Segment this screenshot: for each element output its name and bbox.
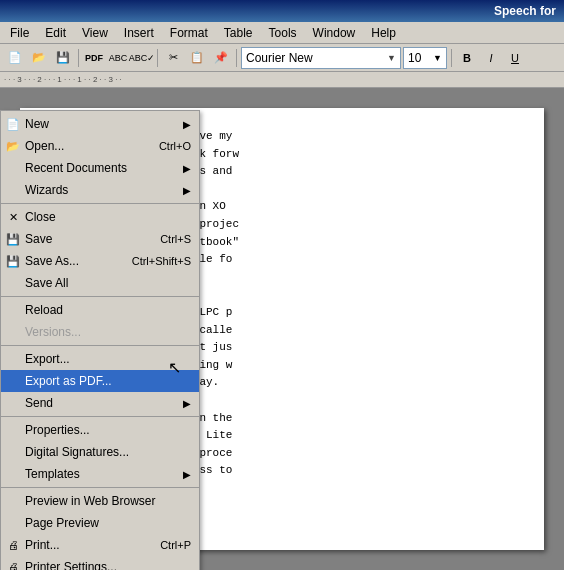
file-menu-dropdown: 📄 New ▶ 📂 Open... Ctrl+O Recent Document…	[0, 110, 200, 570]
abc-btn[interactable]: ABC	[107, 47, 129, 69]
save-icon: 💾	[5, 231, 21, 247]
font-name: Courier New	[246, 51, 313, 65]
size-arrow-icon: ▼	[433, 53, 442, 63]
menu-item-templates-label: Templates	[25, 467, 80, 481]
menu-item-saveas-label: Save As...	[25, 254, 79, 268]
underline-btn[interactable]: U	[504, 47, 526, 69]
menu-item-saveall-label: Save All	[25, 276, 68, 290]
open-icon: 📂	[5, 138, 21, 154]
menu-item-export-pdf[interactable]: Export as PDF...	[1, 370, 199, 392]
send-submenu-arrow: ▶	[183, 398, 191, 409]
menu-item-versions-label: Versions...	[25, 325, 81, 339]
open-btn[interactable]: 📂	[28, 47, 50, 69]
size-selector[interactable]: 10 ▼	[403, 47, 447, 69]
menu-item-reload[interactable]: Reload	[1, 299, 199, 321]
sep3	[1, 345, 199, 346]
menu-item-new-label: New	[25, 117, 49, 131]
menu-item-templates[interactable]: Templates ▶	[1, 463, 199, 485]
menu-item-send-label: Send	[25, 396, 53, 410]
bold-btn[interactable]: B	[456, 47, 478, 69]
recent-submenu-arrow: ▶	[183, 163, 191, 174]
sep1	[78, 49, 79, 67]
menu-file[interactable]: File	[2, 24, 37, 42]
menu-item-print[interactable]: 🖨 Print... Ctrl+P	[1, 534, 199, 556]
print-icon: 🖨	[5, 537, 21, 553]
open-shortcut: Ctrl+O	[139, 140, 191, 152]
menu-item-digital-sig-label: Digital Signatures...	[25, 445, 129, 459]
menu-item-save[interactable]: 💾 Save Ctrl+S	[1, 228, 199, 250]
paste-btn[interactable]: 📌	[210, 47, 232, 69]
saveas-icon: 💾	[5, 253, 21, 269]
menu-table[interactable]: Table	[216, 24, 261, 42]
menu-item-wizards[interactable]: Wizards ▶	[1, 179, 199, 201]
menu-insert[interactable]: Insert	[116, 24, 162, 42]
print-shortcut: Ctrl+P	[140, 539, 191, 551]
menu-item-send[interactable]: Send ▶	[1, 392, 199, 414]
menu-item-recent[interactable]: Recent Documents ▶	[1, 157, 199, 179]
menu-item-printer-settings-label: Printer Settings...	[25, 560, 117, 570]
menu-item-preview-browser-label: Preview in Web Browser	[25, 494, 156, 508]
menu-item-properties[interactable]: Properties...	[1, 419, 199, 441]
menu-item-saveas[interactable]: 💾 Save As... Ctrl+Shift+S	[1, 250, 199, 272]
menu-item-export-pdf-label: Export as PDF...	[25, 374, 112, 388]
templates-submenu-arrow: ▶	[183, 469, 191, 480]
sep4	[451, 49, 452, 67]
menu-item-export-label: Export...	[25, 352, 70, 366]
menu-item-properties-label: Properties...	[25, 423, 90, 437]
new-btn[interactable]: 📄	[4, 47, 26, 69]
new-icon: 📄	[5, 116, 21, 132]
wizards-submenu-arrow: ▶	[183, 185, 191, 196]
menu-item-digital-sig[interactable]: Digital Signatures...	[1, 441, 199, 463]
title-text: Speech for	[494, 4, 556, 18]
pdf-btn[interactable]: PDF	[83, 47, 105, 69]
ruler-text: · · · 3 · · · 2 · · · 1 · · · 1 · · 2 · …	[4, 75, 122, 84]
new-submenu-arrow: ▶	[183, 119, 191, 130]
copy-btn[interactable]: 📋	[186, 47, 208, 69]
menu-item-printer-settings[interactable]: 🖨 Printer Settings...	[1, 556, 199, 570]
menu-item-preview-browser[interactable]: Preview in Web Browser	[1, 490, 199, 512]
menu-item-saveall[interactable]: Save All	[1, 272, 199, 294]
menu-help[interactable]: Help	[363, 24, 404, 42]
menu-item-close[interactable]: ✕ Close	[1, 206, 199, 228]
sep3	[236, 49, 237, 67]
menu-item-recent-label: Recent Documents	[25, 161, 127, 175]
save-shortcut: Ctrl+S	[140, 233, 191, 245]
menu-tools[interactable]: Tools	[261, 24, 305, 42]
menu-window[interactable]: Window	[305, 24, 364, 42]
sep1	[1, 203, 199, 204]
saveas-shortcut: Ctrl+Shift+S	[112, 255, 191, 267]
menu-format[interactable]: Format	[162, 24, 216, 42]
cut-btn[interactable]: ✂	[162, 47, 184, 69]
menu-item-open-label: Open...	[25, 139, 64, 153]
save-btn[interactable]: 💾	[52, 47, 74, 69]
font-selector[interactable]: Courier New ▼	[241, 47, 401, 69]
menu-item-wizards-label: Wizards	[25, 183, 68, 197]
menu-item-save-label: Save	[25, 232, 52, 246]
menu-item-print-label: Print...	[25, 538, 60, 552]
menu-item-export[interactable]: Export...	[1, 348, 199, 370]
sep2	[157, 49, 158, 67]
title-bar: Speech for	[0, 0, 564, 22]
menu-item-versions: Versions...	[1, 321, 199, 343]
sep4	[1, 416, 199, 417]
file-menu-panel: 📄 New ▶ 📂 Open... Ctrl+O Recent Document…	[0, 110, 200, 570]
main-area: When I gave my would look forw Sugar Lab…	[0, 88, 564, 570]
sep5	[1, 487, 199, 488]
menu-view[interactable]: View	[74, 24, 116, 42]
menu-edit[interactable]: Edit	[37, 24, 74, 42]
printer-settings-icon: 🖨	[5, 559, 21, 570]
menu-item-page-preview-label: Page Preview	[25, 516, 99, 530]
menu-item-new[interactable]: 📄 New ▶	[1, 113, 199, 135]
italic-btn[interactable]: I	[480, 47, 502, 69]
menu-item-reload-label: Reload	[25, 303, 63, 317]
font-arrow-icon: ▼	[387, 53, 396, 63]
ruler: · · · 3 · · · 2 · · · 1 · · · 1 · · 2 · …	[0, 72, 564, 88]
toolbar: 📄 📂 💾 PDF ABC ABC✓ ✂ 📋 📌 Courier New ▼ 1…	[0, 44, 564, 72]
menu-item-page-preview[interactable]: Page Preview	[1, 512, 199, 534]
font-size: 10	[408, 51, 421, 65]
menu-bar: File Edit View Insert Format Table Tools…	[0, 22, 564, 44]
spellcheck-btn[interactable]: ABC✓	[131, 47, 153, 69]
close-file-icon: ✕	[5, 209, 21, 225]
sep2	[1, 296, 199, 297]
menu-item-open[interactable]: 📂 Open... Ctrl+O	[1, 135, 199, 157]
